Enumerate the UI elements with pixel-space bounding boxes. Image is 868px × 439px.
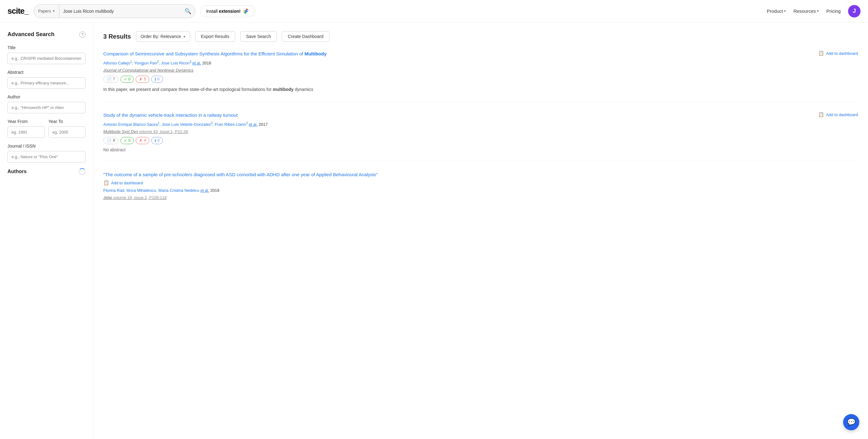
- year-from-label: Year From: [7, 119, 45, 124]
- author-1[interactable]: Florina Rad: [103, 188, 124, 193]
- nav-resources-label: Resources: [793, 8, 816, 14]
- authors-section-label: Authors: [7, 169, 26, 174]
- chat-button[interactable]: 💬: [843, 414, 859, 430]
- search-type-button[interactable]: Papers ▾: [34, 5, 59, 18]
- mentioning-badge: ℹ 0: [151, 76, 163, 83]
- paper-title-link[interactable]: "The outcome of a sample of pre-schooler…: [103, 171, 858, 178]
- user-avatar[interactable]: J: [848, 5, 861, 18]
- abstract-field-group: Abstract: [7, 70, 86, 89]
- search-type-label: Papers: [38, 9, 51, 13]
- paper-title-link[interactable]: Comparison of Semirecursive and Subsyste…: [103, 51, 813, 58]
- paper-journal[interactable]: Multibody Syst Dyn volume 43, issue 1, P…: [103, 129, 858, 134]
- year-from-input[interactable]: [7, 126, 45, 138]
- abstract-input[interactable]: [7, 77, 86, 89]
- paper-authors: Antonio Enrique Blanco-Saura1, Jose Luis…: [103, 121, 858, 128]
- paper-title-row: Study of the dynamic vehicle-track inter…: [103, 112, 858, 119]
- author-1[interactable]: Antonio Enrique Blanco-Saura: [103, 122, 158, 127]
- contrasting-badge: ✗ 4: [136, 137, 149, 144]
- paper-authors: Florina Rad, Ilinca Mihailescu, Maria Cr…: [103, 187, 858, 194]
- paper-card: "The outcome of a sample of pre-schooler…: [103, 171, 858, 212]
- search-submit-button[interactable]: 🔍: [181, 8, 195, 14]
- install-extension-button[interactable]: Install extension!: [200, 5, 255, 17]
- total-badge: 📄 7: [103, 76, 119, 83]
- info-icon: ℹ: [155, 138, 156, 143]
- results-count: 3 Results: [103, 33, 131, 40]
- search-input[interactable]: [59, 9, 181, 14]
- nav-resources[interactable]: Resources ▾: [793, 8, 819, 14]
- cross-icon: ✗: [139, 138, 143, 143]
- author-3[interactable]: Fran Ribes-Llario: [215, 122, 246, 127]
- author-3[interactable]: Maria Cristina Nedelcu: [158, 188, 199, 193]
- chat-icon: 💬: [847, 418, 856, 426]
- paper-card: Study of the dynamic vehicle-track inter…: [103, 112, 858, 161]
- order-by-label: Order By: Relevance: [141, 34, 181, 39]
- chevron-down-icon: ▾: [53, 9, 55, 13]
- paper-abstract: In this paper, we present and compare th…: [103, 86, 858, 93]
- page-layout: Advanced Search ? Title Abstract Author …: [0, 22, 868, 439]
- document-icon: 📄: [107, 138, 112, 143]
- year-to-input[interactable]: [49, 126, 86, 138]
- add-to-dashboard-button[interactable]: 📋 Add to dashboard: [103, 180, 143, 185]
- nav-product[interactable]: Product ▾: [767, 8, 786, 14]
- create-dashboard-button[interactable]: Create Dashboard: [282, 31, 329, 42]
- journal-field-group: Journal / ISSN: [7, 144, 86, 163]
- sidebar: Advanced Search ? Title Abstract Author …: [0, 22, 93, 439]
- install-label: Install extension!: [206, 9, 241, 14]
- loading-spinner: [79, 168, 86, 175]
- total-count: 7: [113, 77, 115, 81]
- add-to-dashboard-button[interactable]: 📋 Add to dashboard: [818, 112, 858, 117]
- results-header: 3 Results Order By: Relevance ▾ Export R…: [103, 31, 858, 42]
- supporting-count: 0: [128, 77, 131, 81]
- author-1[interactable]: Alfonso Callejo: [103, 61, 130, 65]
- author-2[interactable]: Jose Luis Velarte-Gonzalez: [162, 122, 211, 127]
- year-to-label: Year To: [49, 119, 86, 124]
- paper-journal[interactable]: Jebp volume 19, issue 2, P109-118: [103, 195, 858, 200]
- add-to-dashboard-button[interactable]: 📋 Add to dashboard: [818, 51, 858, 56]
- et-al[interactable]: et al.: [200, 188, 209, 193]
- advanced-search-title: Advanced Search ?: [7, 31, 86, 38]
- search-icon: 🔍: [185, 8, 191, 14]
- export-results-button[interactable]: Export Results: [195, 31, 235, 42]
- et-al[interactable]: et al.: [249, 122, 257, 127]
- journal-label: Journal / ISSN: [7, 144, 86, 148]
- paper-title-link[interactable]: Study of the dynamic vehicle-track inter…: [103, 112, 813, 119]
- et-al[interactable]: et al.: [192, 61, 201, 65]
- contrasting-badge: ✗ 5: [136, 76, 149, 83]
- supporting-count: 0: [128, 138, 131, 143]
- dashboard-icon: 📋: [818, 51, 824, 56]
- paper-title-row: Comparison of Semirecursive and Subsyste…: [103, 51, 858, 58]
- check-icon: ✓: [124, 138, 127, 143]
- order-by-dropdown[interactable]: Order By: Relevance ▾: [136, 31, 190, 42]
- paper-year: 2017: [258, 122, 268, 127]
- help-icon[interactable]: ?: [79, 31, 86, 38]
- citation-badges: 📄 8 ✓ 0 ✗ 4 ℹ 0: [103, 137, 858, 144]
- check-icon: ✓: [124, 77, 127, 82]
- year-from-group: Year From: [7, 119, 45, 138]
- logo[interactable]: scite_: [7, 6, 29, 16]
- paper-authors: Alfonso Callejo1, Yongjun Pan2, Jose Lui…: [103, 59, 858, 67]
- cross-icon: ✗: [139, 77, 143, 82]
- citation-badges: 📄 7 ✓ 0 ✗ 5 ℹ 0: [103, 76, 858, 83]
- chevron-down-icon: ▾: [784, 9, 786, 13]
- author-2[interactable]: Yongjun Pan: [134, 61, 157, 65]
- author-input[interactable]: [7, 102, 86, 113]
- total-count: 8: [113, 138, 115, 143]
- paper-journal[interactable]: Journal of Computational and Nonlinear D…: [103, 68, 858, 72]
- paper-card: Comparison of Semirecursive and Subsyste…: [103, 51, 858, 102]
- title-label: Title: [7, 45, 86, 50]
- paper-title-row: "The outcome of a sample of pre-schooler…: [103, 171, 858, 178]
- save-search-button[interactable]: Save Search: [240, 31, 277, 42]
- author-label: Author: [7, 94, 86, 99]
- title-field-group: Title: [7, 45, 86, 64]
- author-field-group: Author: [7, 94, 86, 113]
- add-to-dashboard-inline: 📋 Add to dashboard: [103, 180, 858, 185]
- site-header: scite_ Papers ▾ 🔍 Install extension! Pro…: [0, 0, 868, 22]
- journal-input[interactable]: [7, 151, 86, 163]
- author-2[interactable]: Ilinca Mihailescu: [126, 188, 156, 193]
- add-to-dashboard-label: Add to dashboard: [111, 181, 143, 185]
- year-row: Year From Year To: [7, 119, 86, 144]
- chevron-down-icon: ▾: [817, 9, 819, 13]
- author-3[interactable]: Jose Luis Ricon: [161, 61, 189, 65]
- title-input[interactable]: [7, 53, 86, 64]
- nav-pricing[interactable]: Pricing: [826, 8, 841, 14]
